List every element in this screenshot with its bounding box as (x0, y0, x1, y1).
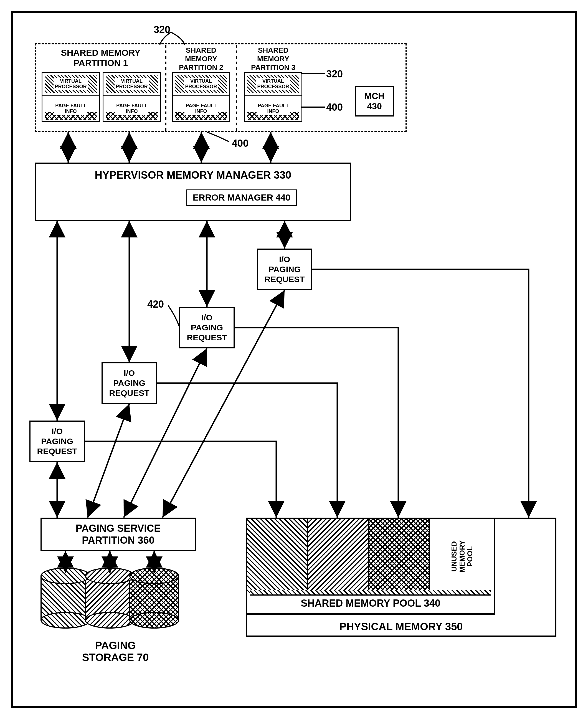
mem-section-1 (247, 519, 308, 594)
svg-line-11 (88, 404, 129, 517)
partition-1-title-l1: SHARED MEMORY (41, 48, 160, 58)
diagram-canvas: 320 SHARED MEMORY PARTITION 1 VIRTUALPRO… (11, 11, 577, 708)
partition-2-title-l3: PARTITION 2 (169, 63, 233, 72)
partition-2: SHARED MEMORY PARTITION 2 (169, 46, 233, 72)
unused-memory-pool: UNUSED MEMORY POOL (430, 519, 494, 594)
hmm-title: HYPERVISOR MEMORY MANAGER 330 (95, 169, 292, 181)
vp-box-1b: VIRTUALPROCESSOR PAGE FAULTINFO (103, 72, 161, 122)
paging-service-partition: PAGING SERVICE PARTITION 360 (41, 517, 196, 551)
ref-label-320-top: 320 (154, 24, 170, 36)
error-manager: ERROR MANAGER 440 (186, 189, 297, 206)
cylinder-1 (41, 568, 90, 629)
io-paging-request-3: I/O PAGING REQUEST (179, 307, 235, 348)
cylinder-2 (85, 568, 135, 629)
ref-label-320-right: 320 (326, 68, 343, 80)
io-paging-request-4: I/O PAGING REQUEST (257, 249, 312, 290)
partition-3: SHARED MEMORY PARTITION 3 (241, 46, 305, 72)
shared-memory-pool: UNUSED MEMORY POOL SHARED MEMORY POOL 34… (246, 517, 495, 615)
partition-2-title-l1: SHARED (169, 46, 233, 55)
vp-box-1a: VIRTUALPROCESSOR PAGE FAULTINFO (42, 72, 100, 122)
partition-1: SHARED MEMORY PARTITION 1 (41, 48, 160, 68)
physical-memory-label: PHYSICAL MEMORY 350 (247, 621, 555, 633)
partition-1-title-l2: PARTITION 1 (41, 58, 160, 68)
mch-label-l1: MCH (364, 91, 385, 101)
vp-box-3: VIRTUALPROCESSOR PAGE FAULTINFO (244, 72, 302, 122)
mch-box: MCH 430 (355, 86, 394, 117)
ref-label-400-right: 400 (326, 102, 343, 113)
divider-1 (165, 44, 166, 131)
divider-2 (236, 44, 237, 131)
partition-2-title-l2: MEMORY (169, 55, 233, 63)
paging-storage-label: PAGING STORAGE 70 (79, 640, 151, 663)
partition-3-title-l1: SHARED (241, 46, 305, 55)
ref-label-400-bottom: 400 (232, 138, 249, 149)
io-paging-request-2: I/O PAGING REQUEST (102, 362, 157, 404)
ref-label-420: 420 (147, 298, 164, 310)
vp-box-2: VIRTUALPROCESSOR PAGE FAULTINFO (172, 72, 230, 122)
mem-section-3 (369, 519, 430, 594)
mch-label-l2: 430 (367, 101, 382, 111)
mem-section-2 (308, 519, 369, 594)
hypervisor-memory-manager: HYPERVISOR MEMORY MANAGER 330 ERROR MANA… (35, 163, 351, 221)
partition-3-title-l2: MEMORY (241, 55, 305, 63)
io-paging-request-1: I/O PAGING REQUEST (29, 421, 85, 462)
partitions-container: SHARED MEMORY PARTITION 1 VIRTUALPROCESS… (35, 43, 406, 132)
partition-3-title-l3: PARTITION 3 (241, 63, 305, 72)
cylinder-3 (129, 568, 179, 629)
shared-pool-label: SHARED MEMORY POOL 340 (301, 597, 440, 609)
